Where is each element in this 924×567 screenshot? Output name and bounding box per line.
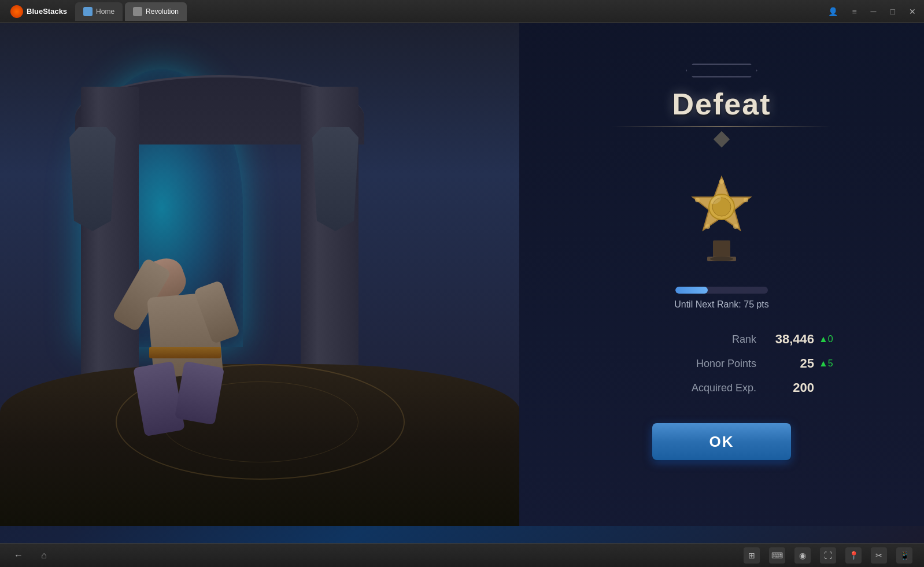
brand-name: BlueStacks [27, 7, 67, 16]
svg-point-6 [744, 198, 748, 202]
fullscreen-icon[interactable]: ⛶ [820, 547, 836, 564]
svg-point-11 [710, 257, 733, 261]
rank-row: Rank 38,446 ▲0 [600, 327, 843, 351]
svg-point-5 [719, 179, 724, 184]
location-icon[interactable]: 📍 [845, 547, 862, 564]
rank-change: ▲0 [814, 334, 843, 344]
taskbar: ← ⌂ ⊞ ⌨ ◉ ⛶ 📍 ✂ 📱 [0, 543, 924, 567]
svg-point-8 [705, 224, 710, 229]
character-belt [149, 347, 221, 358]
eye-icon[interactable]: ◉ [794, 547, 811, 564]
defeat-title: Defeat [672, 87, 771, 121]
scissors-icon[interactable]: ✂ [871, 547, 887, 564]
back-button[interactable]: ← [12, 549, 25, 562]
phone-icon[interactable]: 📱 [896, 547, 912, 564]
rank-value: 38,446 [756, 332, 814, 347]
defeated-character [98, 214, 283, 433]
svg-point-9 [695, 198, 700, 202]
honor-label: Honor Points [600, 358, 756, 370]
keyboard-icon[interactable]: ⌨ [769, 547, 785, 564]
revolution-tab-icon [133, 7, 142, 16]
rank-label: Rank [600, 333, 756, 346]
svg-point-7 [733, 224, 738, 229]
revolution-tab-label: Revolution [146, 8, 179, 16]
title-divider [612, 126, 831, 127]
medal-icon [670, 165, 774, 269]
exp-value: 200 [756, 380, 814, 395]
defeat-panel: Defeat [519, 23, 924, 526]
statue-right [312, 127, 358, 231]
bluestacks-icon [10, 5, 23, 18]
top-ornament [664, 58, 779, 81]
tab-revolution[interactable]: Revolution [125, 2, 187, 21]
grid-view-icon[interactable]: ⊞ [744, 547, 760, 564]
home-tab-label: Home [96, 8, 114, 16]
diamond-ornament [713, 131, 730, 148]
exp-label: Acquired Exp. [600, 382, 756, 394]
home-tab-icon [83, 7, 93, 16]
profile-icon[interactable]: 👤 [825, 6, 841, 17]
exp-row: Acquired Exp. 200 [600, 376, 843, 400]
maximize-button[interactable]: □ [887, 6, 899, 17]
arena-scene [0, 23, 520, 526]
close-button[interactable]: ✕ [905, 6, 919, 17]
progress-bar-fill [675, 287, 708, 294]
honor-points-row: Honor Points 25 ▲5 [600, 351, 843, 376]
settings-icon[interactable]: ≡ [848, 6, 860, 17]
window-controls: 👤 ≡ ─ □ ✕ [825, 6, 919, 17]
honor-change: ▲5 [814, 358, 843, 369]
main-content: Defeat [0, 23, 924, 543]
medal-container [664, 160, 779, 275]
tab-home[interactable]: Home [75, 2, 123, 21]
bluestacks-logo: BlueStacks [5, 5, 73, 18]
taskbar-right: ⊞ ⌨ ◉ ⛶ 📍 ✂ 📱 [744, 547, 912, 564]
ok-button[interactable]: OK [652, 423, 791, 460]
progress-label: Until Next Rank: 75 pts [674, 299, 769, 310]
minimize-button[interactable]: ─ [867, 6, 880, 17]
progress-bar-background [675, 287, 768, 294]
stats-section: Rank 38,446 ▲0 Honor Points 25 ▲5 Acquir… [600, 327, 843, 400]
titlebar: BlueStacks Home Revolution 👤 ≡ ─ □ ✕ [0, 0, 924, 23]
character-body [121, 249, 237, 433]
honor-value: 25 [756, 356, 814, 371]
home-button[interactable]: ⌂ [37, 549, 51, 562]
progress-section: Until Next Rank: 75 pts [606, 287, 837, 310]
taskbar-left: ← ⌂ [12, 549, 51, 562]
